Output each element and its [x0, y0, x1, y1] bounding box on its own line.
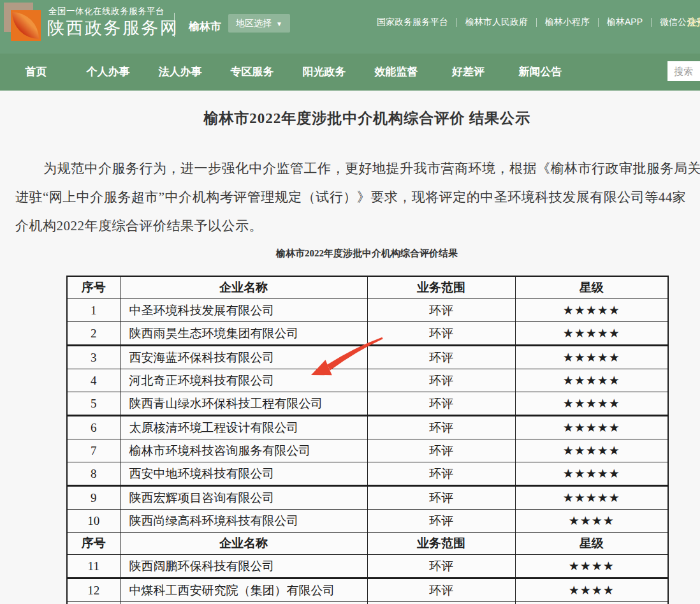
column-header: 企业名称 — [120, 276, 367, 299]
company-name: 陕西雨昊生态环境集团有限公司 — [120, 322, 367, 346]
region-select-label: 地区选择 — [236, 18, 272, 28]
column-header: 序号 — [67, 276, 120, 299]
platform-label: 全国一体化在线政务服务平台 — [48, 6, 164, 17]
business-scope: 环评 — [367, 416, 515, 439]
company-name: 中煤科工西安研究院（集团）有限公司 — [120, 578, 367, 602]
row-number: 1 — [67, 299, 120, 322]
business-scope: 环评 — [367, 510, 515, 533]
company-name: 陕西阔鹏环保科技有限公司 — [120, 555, 367, 578]
business-scope: 环评 — [367, 439, 515, 462]
site-name: 陕西政务服务网 — [47, 17, 179, 40]
row-number: 8 — [67, 462, 120, 486]
register-link[interactable]: 注册 — [687, 17, 700, 29]
business-scope: 环评 — [367, 299, 515, 322]
business-scope: 环评 — [367, 602, 515, 604]
star-rating: ★★★★ — [515, 510, 668, 533]
table-row: 11陕西阔鹏环保科技有限公司环评★★★★ — [67, 555, 668, 578]
top-link-3[interactable]: 榆林小程序 — [537, 17, 598, 28]
business-scope: 环评 — [367, 486, 515, 510]
company-name: 陕西尚绿高科环境科技有限公司 — [120, 510, 367, 533]
nav-item-4[interactable]: 专区服务 — [216, 54, 288, 91]
star-rating: ★★★★★ — [515, 416, 668, 439]
top-link-4[interactable]: 榆林APP — [599, 17, 651, 28]
company-name: 河北奇正环境科技有限公司 — [120, 369, 367, 392]
search-input[interactable] — [667, 61, 700, 81]
star-rating: ★★★★★ — [515, 439, 668, 462]
paragraph-line: 为规范中介服务行为，进一步强化中介监管工作，更好地提升我市营商环境，根据《榆林市… — [15, 154, 700, 183]
business-scope: 环评 — [367, 369, 515, 392]
results-table-body: 序号企业名称业务范围星级1中圣环境科技发展有限公司环评★★★★★2陕西雨昊生态环… — [67, 276, 668, 604]
top-link-2[interactable]: 榆林市人民政府 — [457, 17, 536, 28]
row-number: 2 — [67, 322, 120, 346]
top-links: 国家政务服务平台榆林市人民政府榆林小程序榆林APP微信公众号 — [368, 17, 700, 28]
column-header: 业务范围 — [367, 533, 515, 555]
results-table: 序号企业名称业务范围星级1中圣环境科技发展有限公司环评★★★★★2陕西雨昊生态环… — [66, 276, 669, 604]
row-number: 9 — [67, 486, 120, 510]
table-row: 13渭南华山环保科技发展有限责任公司环评★★★★ — [67, 602, 668, 604]
table-row: 6太原核清环境工程设计有限公司环评★★★★★ — [67, 416, 668, 439]
nav-item-2[interactable]: 个人办事 — [72, 54, 144, 91]
star-rating: ★★★★★ — [515, 392, 668, 416]
company-name: 中圣环境科技发展有限公司 — [120, 299, 367, 322]
table-row: 8西安中地环境科技有限公司环评★★★★★ — [67, 462, 668, 486]
column-header: 企业名称 — [120, 533, 367, 555]
table-row: 3西安海蓝环保科技有限公司环评★★★★★ — [67, 346, 668, 369]
table-row: 5陕西青山绿水环保科技工程有限公司环评★★★★★ — [67, 392, 668, 416]
top-header-bar: 全国一体化在线政务服务平台 陕西政务服务网 榆林市 地区选择▼ 国家政务服务平台… — [0, 0, 700, 54]
column-header: 序号 — [67, 533, 120, 555]
row-number: 13 — [67, 602, 120, 604]
nav-item-3[interactable]: 法人办事 — [144, 54, 216, 91]
site-logo-icon — [4, 3, 41, 41]
company-name: 西安海蓝环保科技有限公司 — [120, 346, 367, 369]
star-rating: ★★★★ — [515, 555, 668, 578]
announcement-document: 榆林市2022年度涉批中介机构综合评价 结果公示 为规范中介服务行为，进一步强化… — [0, 91, 700, 604]
caret-down-icon: ▼ — [276, 20, 282, 27]
top-link-1[interactable]: 国家政务服务平台 — [368, 17, 456, 28]
nav-item-7[interactable]: 好差评 — [432, 54, 504, 91]
page-title: 榆林市2022年度涉批中介机构综合评价 结果公示 — [0, 108, 700, 128]
business-scope: 环评 — [367, 346, 515, 369]
paragraph-line: 介机构2022年度综合评价结果予以公示。 — [15, 212, 700, 240]
announcement-paragraph: 为规范中介服务行为，进一步强化中介监管工作，更好地提升我市营商环境，根据《榆林市… — [15, 154, 700, 240]
results-table-wrap: 序号企业名称业务范围星级1中圣环境科技发展有限公司环评★★★★★2陕西雨昊生态环… — [66, 276, 667, 604]
star-rating: ★★★★ — [515, 578, 668, 602]
star-rating: ★★★★★ — [515, 299, 668, 322]
star-rating: ★★★★★ — [515, 462, 668, 486]
column-header: 星级 — [515, 276, 668, 299]
company-name: 渭南华山环保科技发展有限责任公司 — [120, 602, 367, 604]
company-name: 太原核清环境工程设计有限公司 — [120, 416, 367, 439]
row-number: 12 — [67, 578, 120, 602]
column-header: 业务范围 — [367, 276, 515, 299]
table-row: 2陕西雨昊生态环境集团有限公司环评★★★★★ — [67, 322, 668, 346]
star-rating: ★★★★★ — [515, 486, 668, 510]
company-name: 西安中地环境科技有限公司 — [120, 462, 367, 486]
table-caption: 榆林市2022年度涉批中介机构综合评价结果 — [0, 247, 700, 260]
table-row: 12中煤科工西安研究院（集团）有限公司环评★★★★ — [67, 578, 668, 602]
business-scope: 环评 — [367, 322, 515, 346]
business-scope: 环评 — [367, 392, 515, 416]
row-number: 6 — [67, 416, 120, 439]
nav-item-1[interactable]: 首页 — [0, 54, 72, 91]
company-name: 陕西青山绿水环保科技工程有限公司 — [120, 392, 367, 416]
nav-item-6[interactable]: 效能监督 — [360, 54, 432, 91]
business-scope: 环评 — [367, 555, 515, 578]
header-divider — [174, 13, 175, 37]
nav-item-5[interactable]: 阳光政务 — [288, 54, 360, 91]
table-row: 1中圣环境科技发展有限公司环评★★★★★ — [67, 299, 668, 322]
row-number: 4 — [67, 369, 120, 392]
table-row: 7榆林市环境科技咨询服务有限公司环评★★★★★ — [67, 439, 668, 462]
company-name: 榆林市环境科技咨询服务有限公司 — [120, 439, 367, 462]
row-number: 11 — [67, 555, 120, 578]
business-scope: 环评 — [367, 578, 515, 602]
star-rating: ★★★★★ — [515, 369, 668, 392]
row-number: 10 — [67, 510, 120, 533]
table-header-row: 序号企业名称业务范围星级 — [67, 533, 668, 555]
region-select-button[interactable]: 地区选择▼ — [228, 14, 290, 33]
nav-item-8[interactable]: 新闻公告 — [504, 54, 576, 91]
star-rating: ★★★★★ — [515, 346, 668, 369]
column-header: 星级 — [515, 533, 668, 555]
nav-items: 首页个人办事法人办事专区服务阳光政务效能监督好差评新闻公告 — [0, 54, 576, 91]
table-row: 4河北奇正环境科技有限公司环评★★★★★ — [67, 369, 668, 392]
table-row: 10陕西尚绿高科环境科技有限公司环评★★★★ — [67, 510, 668, 533]
star-rating: ★★★★★ — [515, 322, 668, 346]
